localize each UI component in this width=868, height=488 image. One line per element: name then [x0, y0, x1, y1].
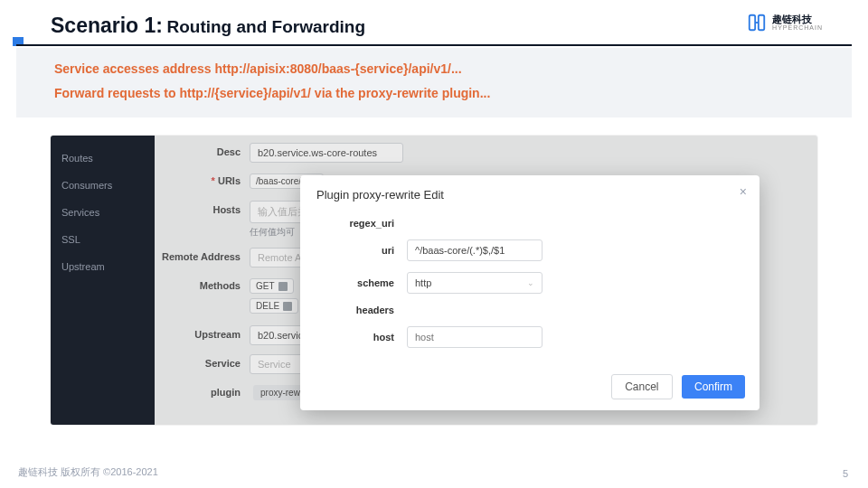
confirm-button[interactable]: Confirm [682, 375, 745, 399]
divider [16, 44, 852, 46]
title-main: Scenario 1: [51, 14, 163, 37]
host-label: host [316, 332, 407, 343]
page-number: 5 [843, 468, 848, 479]
scheme-select[interactable]: http⌄ [407, 272, 542, 294]
info-box: Service accesses address http://apisix:8… [16, 48, 852, 117]
info-line-2: Forward requests to http://{service}/api… [54, 81, 814, 106]
regex-uri-label: regex_uri [316, 218, 407, 229]
svg-rect-0 [750, 15, 755, 31]
footer-copyright: 趣链科技 版权所有 ©2016-2021 [18, 465, 158, 479]
info-line-1: Service accesses address http://apisix:8… [54, 57, 814, 81]
cancel-button[interactable]: Cancel [611, 374, 672, 399]
host-input[interactable] [407, 326, 542, 348]
plugin-edit-modal: Plugin proxy-rewrite Edit × regex_uri ur… [300, 175, 760, 410]
headers-label: headers [316, 305, 407, 315]
page-title: Scenario 1: Routing and Forwarding [51, 14, 365, 38]
logo-text: 趣链科技 [772, 14, 823, 24]
screenshot-panel: Routes Consumers Services SSL Upstream D… [51, 136, 817, 425]
svg-rect-1 [759, 15, 764, 31]
modal-title: Plugin proxy-rewrite Edit [316, 188, 743, 202]
logo-subtext: HYPERCHAIN [772, 24, 823, 31]
scheme-label: scheme [316, 277, 407, 288]
uri-input[interactable] [407, 239, 542, 261]
close-icon[interactable]: × [740, 184, 747, 199]
chevron-down-icon: ⌄ [527, 278, 534, 287]
title-sub: Routing and Forwarding [166, 17, 365, 36]
logo: 趣链科技 HYPERCHAIN [747, 13, 823, 33]
hyperchain-icon [747, 13, 767, 33]
uri-label: uri [316, 245, 407, 256]
